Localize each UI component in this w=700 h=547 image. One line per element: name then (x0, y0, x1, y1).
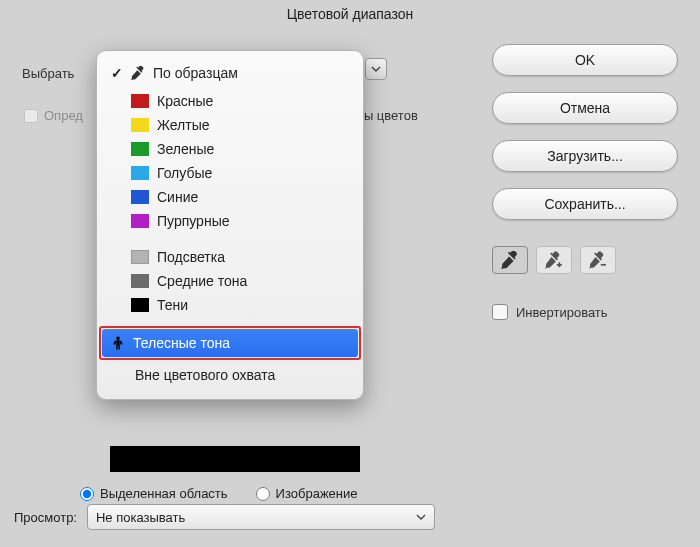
button-panel: OK Отмена Загрузить... Сохранить... Инве… (492, 44, 678, 320)
dropdown-item-tone[interactable]: Подсветка (97, 245, 363, 269)
dropdown-item-tone[interactable]: Средние тона (97, 269, 363, 293)
dropdown-item-color[interactable]: Зеленые (97, 137, 363, 161)
detect-faces-checkbox-row: Опред (24, 108, 83, 123)
color-swatch (131, 166, 149, 180)
color-swatch (131, 190, 149, 204)
invert-checkbox-row[interactable]: Инвертировать (492, 304, 678, 320)
eyedropper-add-tool[interactable] (536, 246, 572, 274)
save-button[interactable]: Сохранить... (492, 188, 678, 220)
dropdown-item-label: Средние тона (157, 273, 247, 289)
dropdown-item-color[interactable]: Голубые (97, 161, 363, 185)
svg-rect-3 (119, 340, 122, 344)
color-swatch (131, 94, 149, 108)
preview-mode-radios: Выделенная область Изображение (80, 486, 358, 501)
dropdown-item-color[interactable]: Красные (97, 89, 363, 113)
eyedropper-tools (492, 246, 678, 274)
eyedropper-icon (131, 66, 145, 80)
dropdown-item-label: По образцам (153, 65, 238, 81)
dropdown-item-label: Синие (157, 189, 198, 205)
invert-checkbox[interactable] (492, 304, 508, 320)
load-button[interactable]: Загрузить... (492, 140, 678, 172)
color-swatch (131, 142, 149, 156)
dropdown-item-label: Пурпурные (157, 213, 229, 229)
svg-rect-5 (118, 345, 119, 350)
svg-rect-1 (116, 340, 119, 345)
dropdown-item-label: Подсветка (157, 249, 225, 265)
preview-select-value: Не показывать (96, 510, 185, 525)
dropdown-item-color[interactable]: Пурпурные (97, 209, 363, 233)
dropdown-item-label: Красные (157, 93, 213, 109)
dropdown-item-sampled[interactable]: ✓ По образцам (97, 59, 363, 89)
dropdown-item-color[interactable]: Желтые (97, 113, 363, 137)
svg-point-0 (116, 336, 120, 340)
svg-rect-6 (601, 264, 606, 266)
preview-select[interactable]: Не показывать (87, 504, 435, 530)
dropdown-item-color[interactable]: Синие (97, 185, 363, 209)
dropdown-item-skin-tones[interactable]: Телесные тона (102, 329, 358, 357)
preview-label: Просмотр: (14, 510, 77, 525)
chevron-down-icon (371, 64, 381, 74)
select-label: Выбрать (22, 66, 74, 81)
dropdown-item-tone[interactable]: Тени (97, 293, 363, 317)
chevron-down-icon (416, 512, 426, 522)
eyedropper-subtract-tool[interactable] (580, 246, 616, 274)
dropdown-item-label: Зеленые (157, 141, 214, 157)
tone-swatch (131, 250, 149, 264)
selection-preview (110, 446, 360, 472)
svg-rect-4 (116, 345, 117, 350)
select-dropdown-trigger[interactable] (365, 58, 387, 80)
eyedropper-tool[interactable] (492, 246, 528, 274)
detect-faces-checkbox (24, 109, 38, 123)
svg-rect-2 (113, 340, 116, 344)
tone-swatch (131, 274, 149, 288)
radio-image[interactable]: Изображение (256, 486, 358, 501)
person-icon (111, 336, 125, 350)
dialog-title: Цветовой диапазон (0, 0, 700, 28)
invert-label: Инвертировать (516, 305, 608, 320)
checkmark-icon: ✓ (111, 65, 123, 81)
dropdown-item-label: Желтые (157, 117, 210, 133)
select-dropdown-popup: ✓ По образцам КрасныеЖелтыеЗеленыеГолубы… (96, 50, 364, 400)
dropdown-item-label: Тени (157, 297, 188, 313)
color-swatch (131, 214, 149, 228)
color-swatch (131, 118, 149, 132)
dropdown-item-out-of-gamut[interactable]: Вне цветового охвата (97, 357, 363, 385)
radio-selection[interactable]: Выделенная область (80, 486, 228, 501)
tone-swatch (131, 298, 149, 312)
preview-select-row: Просмотр: Не показывать (14, 504, 435, 530)
ok-button[interactable]: OK (492, 44, 678, 76)
dropdown-item-label: Голубые (157, 165, 212, 181)
cancel-button[interactable]: Отмена (492, 92, 678, 124)
dropdown-item-label: Телесные тона (133, 335, 230, 351)
detect-faces-label: Опред (44, 108, 83, 123)
